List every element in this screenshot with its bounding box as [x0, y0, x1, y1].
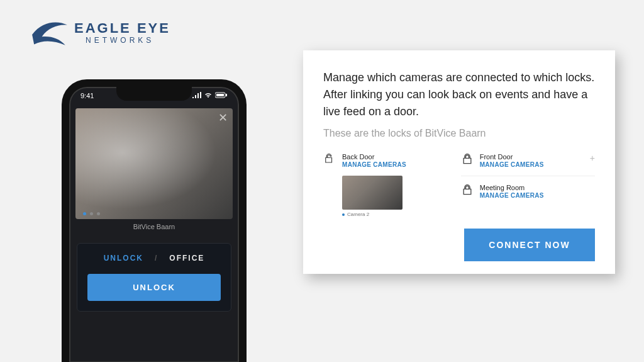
tab-unlock[interactable]: UNLOCK — [104, 254, 143, 263]
lock-name: Back Door — [342, 153, 406, 161]
wifi-icon — [204, 92, 213, 99]
lock-name: Meeting Room — [480, 184, 544, 191]
mode-tabs: UNLOCK / OFFICE — [87, 254, 221, 263]
control-card: UNLOCK / OFFICE UNLOCK — [77, 243, 231, 312]
lock-item-meeting-room: Meeting Room MANAGE CAMERAS — [461, 176, 595, 203]
camera-live-view[interactable]: ✕ — [75, 108, 233, 219]
panel-subtitle: These are the locks of BitVice Baarn — [323, 128, 595, 139]
tab-separator: / — [155, 254, 158, 263]
lock-name: Front Door — [480, 153, 544, 161]
svg-rect-1 — [216, 94, 224, 96]
lock-icon — [461, 153, 474, 168]
status-time: 9:41 — [80, 92, 94, 99]
tab-office[interactable]: OFFICE — [169, 254, 204, 263]
eagle-icon — [30, 16, 69, 49]
plus-icon[interactable]: + — [590, 153, 595, 163]
camera-thumbnail[interactable] — [342, 176, 402, 210]
lock-icon — [323, 153, 336, 167]
lock-item-front-door: Front Door MANAGE CAMERAS + — [461, 149, 595, 172]
unlock-button[interactable]: UNLOCK — [87, 274, 221, 301]
manage-cameras-link[interactable]: MANAGE CAMERAS — [342, 161, 406, 168]
connect-now-button[interactable]: CONNECT NOW — [464, 229, 595, 261]
panel-description: Manage which cameras are connected to wh… — [323, 69, 595, 120]
logo-line1: EAGLE EYE — [74, 21, 170, 35]
camera-caption: Camera 2 — [342, 212, 448, 217]
brand-logo: EAGLE EYE NETWORKS — [30, 16, 170, 49]
battery-icon — [215, 92, 228, 99]
pager-dots[interactable] — [83, 212, 100, 215]
close-icon[interactable]: ✕ — [218, 111, 228, 125]
lock-item-back-door: Back Door MANAGE CAMERAS — [323, 149, 448, 172]
manage-cameras-link[interactable]: MANAGE CAMERAS — [480, 161, 544, 168]
camera-label: BitVice Baarn — [69, 223, 239, 230]
active-dot-icon — [342, 213, 345, 216]
lock-icon — [461, 184, 474, 199]
manage-panel: Manage which cameras are connected to wh… — [303, 50, 615, 274]
svg-rect-2 — [226, 94, 227, 96]
signal-icon — [192, 92, 201, 99]
logo-line2: NETWORKS — [86, 37, 170, 44]
phone-mockup: 9:41 ✕ BitVice Baarn UNLOCK / OFFICE UNL… — [62, 79, 247, 362]
phone-notch — [116, 87, 192, 101]
manage-cameras-link[interactable]: MANAGE CAMERAS — [480, 192, 544, 199]
